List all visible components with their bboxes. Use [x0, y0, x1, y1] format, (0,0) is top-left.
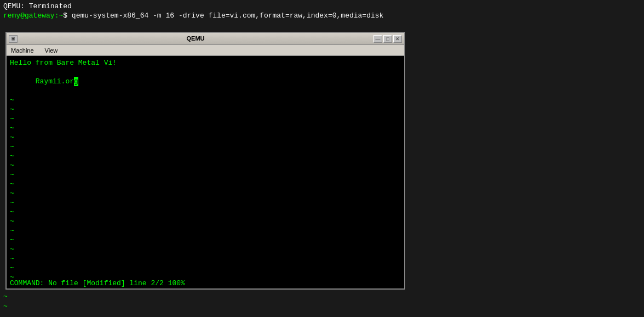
window-icon: ▣: [9, 35, 18, 43]
vi-line-1: Hello from Bare Metal Vi!: [10, 58, 401, 67]
titlebar-left: ▣: [9, 35, 18, 43]
minimize-button[interactable]: —: [373, 35, 382, 43]
vi-line-2-text: Raymii.or: [36, 77, 74, 86]
tilde-line: ~: [10, 133, 401, 142]
tilde-line: ~: [10, 235, 401, 245]
qemu-window: ▣ QEMU — □ ✕ Machine View Hello from Bar…: [5, 32, 405, 290]
separator: :~: [55, 12, 64, 20]
tilde-line: ~: [10, 114, 401, 123]
tilde-line: ~: [10, 198, 401, 207]
username: remy@gateway: [3, 12, 55, 20]
tilde-line: ~: [10, 105, 401, 114]
vi-line-2: Raymii.org: [10, 67, 401, 95]
tilde-line: ~: [10, 170, 401, 179]
window-title: QEMU: [187, 35, 205, 42]
outer-tilde-2: ~: [3, 302, 8, 312]
window-controls[interactable]: — □ ✕: [373, 35, 402, 43]
tilde-line: ~: [10, 142, 401, 151]
outer-tilde-1: ~: [3, 292, 8, 302]
tilde-line: ~: [10, 217, 401, 226]
tilde-line: ~: [10, 95, 401, 105]
titlebar-center: QEMU: [18, 35, 373, 43]
tilde-line: ~: [10, 189, 401, 198]
tilde-line: ~: [10, 161, 401, 170]
prompt: $: [63, 12, 67, 20]
command-text: qemu-system-x86_64 -m 16 -drive file=vi.…: [67, 12, 383, 20]
qemu-screen[interactable]: Hello from Bare Metal Vi! Raymii.org ~ ~…: [7, 56, 404, 288]
tilde-line: ~: [10, 123, 401, 133]
vi-statusbar: COMMAND: No file [Modified] line 2/2 100…: [7, 278, 404, 288]
outer-tilde-area: ~ ~: [3, 292, 8, 312]
tilde-line: ~: [10, 226, 401, 235]
menu-machine[interactable]: Machine: [9, 47, 36, 54]
tilde-line: ~: [10, 263, 401, 273]
qemu-terminated-label: QEMU: Terminated: [3, 2, 641, 10]
tilde-line: ~: [10, 245, 401, 254]
tilde-line: ~: [10, 151, 401, 161]
terminal-cmd-line: remy@gateway:~$ qemu-system-x86_64 -m 16…: [3, 12, 641, 20]
qemu-titlebar: ▣ QEMU — □ ✕: [7, 33, 404, 45]
tilde-line: ~: [10, 179, 401, 189]
tilde-line: ~: [10, 254, 401, 263]
restore-button[interactable]: □: [383, 35, 392, 43]
qemu-menubar: Machine View: [7, 45, 404, 56]
close-button[interactable]: ✕: [393, 35, 402, 43]
menu-view[interactable]: View: [43, 47, 60, 54]
tilde-line: ~: [10, 207, 401, 217]
vi-cursor: g: [74, 77, 78, 86]
